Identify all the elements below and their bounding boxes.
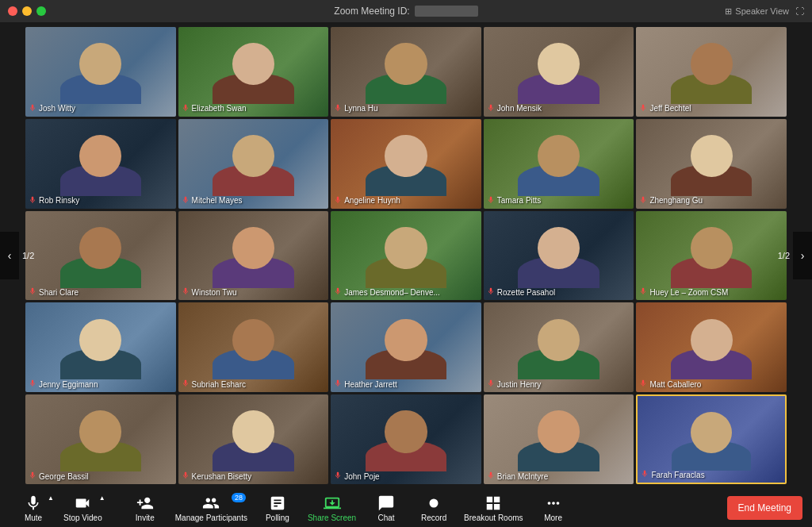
participant-mic-icon <box>29 471 36 481</box>
video-cell[interactable]: James Desmond– Denve... <box>331 211 481 301</box>
more-icon <box>545 494 562 512</box>
participant-name-text: Angeline Huynh <box>344 196 400 205</box>
title-bar: Zoom Meeting ID: ⊞ Speaker View ⛶ <box>0 0 812 22</box>
manage-participants-label: Manage Participants <box>175 514 247 522</box>
participant-name-text: Lynna Hu <box>344 104 377 113</box>
participant-name: Brian McIntyre <box>487 471 548 481</box>
participant-name-text: George Bassil <box>39 472 89 481</box>
participant-mic-icon <box>182 471 190 481</box>
fullscreen-button[interactable]: ⛶ <box>795 6 804 16</box>
participant-mic-icon <box>29 104 36 113</box>
participant-name: George Bassil <box>29 471 89 481</box>
participant-mic-icon <box>182 379 190 389</box>
video-cell[interactable]: John Mensik <box>484 27 634 117</box>
participant-name-text: Subriah Esharc <box>192 380 246 389</box>
invite-button[interactable]: Invite <box>121 491 169 525</box>
participant-name: Jenny Eggimann <box>29 379 98 389</box>
participant-mic-icon <box>29 196 36 206</box>
video-cell[interactable]: Farah Faraclas <box>636 394 787 484</box>
video-cell[interactable]: Matt Caballero <box>636 302 787 392</box>
participant-mic-icon <box>641 470 649 479</box>
participant-mic-icon <box>639 379 647 389</box>
participant-name-text: Huey Le – Zoom CSM <box>649 288 728 297</box>
participant-name-text: Rob Rinsky <box>39 196 79 205</box>
record-icon <box>425 494 442 512</box>
participant-mic-icon <box>182 196 190 206</box>
video-cell[interactable]: Kerushan Bisetty <box>178 394 329 484</box>
video-cell[interactable]: Subriah Esharc <box>178 302 329 392</box>
breakout-rooms-label: Breakout Rooms <box>464 514 523 522</box>
participant-mic-icon <box>182 104 190 113</box>
video-cell[interactable]: Winston Twu <box>178 211 329 301</box>
video-cell[interactable]: John Poje <box>331 394 481 484</box>
record-button[interactable]: Record <box>410 491 458 525</box>
polling-button[interactable]: Polling <box>254 491 301 525</box>
record-label: Record <box>421 514 446 522</box>
video-cell[interactable]: Lynna Hu <box>331 27 481 117</box>
stop-video-label: Stop Video <box>63 514 102 522</box>
fullscreen-icon: ⛶ <box>795 6 804 16</box>
video-cell[interactable]: Elizabeth Swan <box>178 27 329 117</box>
participant-name: Justin Henry <box>487 379 542 389</box>
stop-video-button[interactable]: ▲ Stop Video <box>57 491 109 525</box>
chat-label: Chat <box>378 514 395 522</box>
participant-mic-icon <box>334 104 342 113</box>
video-cell[interactable]: Heather Jarrett <box>331 302 481 392</box>
video-grid: Josh WittyElizabeth SwanLynna HuJohn Men… <box>3 25 809 486</box>
maximize-button[interactable] <box>36 6 46 16</box>
video-cell[interactable]: Shari Clare <box>25 211 176 301</box>
video-cell[interactable]: Mitchel Mayes <box>178 119 329 209</box>
participant-mic-icon <box>639 287 647 297</box>
participant-name: Shari Clare <box>29 287 79 297</box>
participant-name-text: Shari Clare <box>39 288 79 297</box>
participant-name-text: Mitchel Mayes <box>192 196 243 205</box>
breakout-rooms-button[interactable]: Breakout Rooms <box>458 491 529 525</box>
invite-label: Invite <box>136 514 155 522</box>
video-cell[interactable]: Josh Witty <box>25 27 176 117</box>
video-cell[interactable]: George Bassil <box>25 394 176 484</box>
participant-name-text: Tamara Pitts <box>497 196 542 205</box>
participant-name: John Poje <box>334 471 379 481</box>
meeting-id <box>415 6 478 17</box>
video-cell[interactable]: Brian McIntyre <box>484 394 634 484</box>
chat-button[interactable]: Chat <box>362 491 410 525</box>
participant-name: Kerushan Bisetty <box>182 471 252 481</box>
mute-button[interactable]: ▲ Mute <box>10 491 57 525</box>
video-cell[interactable]: Rozette Pasahol <box>484 211 634 301</box>
title-bar-controls: ⊞ Speaker View ⛶ <box>725 6 804 17</box>
video-caret[interactable]: ▲ <box>99 494 105 502</box>
participant-mic-icon <box>639 104 647 113</box>
video-cell[interactable]: Rob Rinsky <box>25 119 176 209</box>
end-meeting-button[interactable]: End Meeting <box>727 496 802 520</box>
mic-icon <box>25 494 42 512</box>
participant-name: John Mensik <box>487 104 542 113</box>
more-label: More <box>544 514 562 522</box>
mute-caret[interactable]: ▲ <box>48 494 54 502</box>
participant-mic-icon <box>487 104 495 113</box>
participant-name: Zhenghang Gu <box>639 196 703 206</box>
video-cell[interactable]: Tamara Pitts <box>484 119 634 209</box>
next-page-button[interactable]: › <box>793 232 812 279</box>
manage-participants-button[interactable]: 28 Manage Participants <box>169 491 254 525</box>
participant-name: Angeline Huynh <box>334 196 400 206</box>
close-button[interactable] <box>8 6 17 16</box>
more-button[interactable]: More <box>530 491 577 525</box>
participant-name-text: John Poje <box>344 472 379 481</box>
video-cell[interactable]: Jenny Eggimann <box>25 302 176 392</box>
participant-name: Subriah Esharc <box>182 379 246 389</box>
participant-mic-icon <box>334 196 342 206</box>
minimize-button[interactable] <box>22 6 32 16</box>
video-cell[interactable]: Huey Le – Zoom CSM <box>636 211 787 301</box>
video-cell[interactable]: Justin Henry <box>484 302 634 392</box>
video-cell[interactable]: Zhenghang Gu <box>636 119 787 209</box>
participant-name: Huey Le – Zoom CSM <box>639 287 728 297</box>
video-cell[interactable]: Jeff Bechtel <box>636 27 787 117</box>
participant-name-text: Farah Faraclas <box>651 471 704 479</box>
video-cell[interactable]: Angeline Huynh <box>331 119 481 209</box>
participant-mic-icon <box>639 196 647 206</box>
participant-mic-icon <box>334 471 342 481</box>
share-screen-button[interactable]: Share Screen <box>301 491 362 525</box>
prev-page-button[interactable]: ‹ <box>0 232 19 279</box>
speaker-view-button[interactable]: ⊞ Speaker View <box>725 6 789 17</box>
participant-name-text: John Mensik <box>497 104 542 113</box>
